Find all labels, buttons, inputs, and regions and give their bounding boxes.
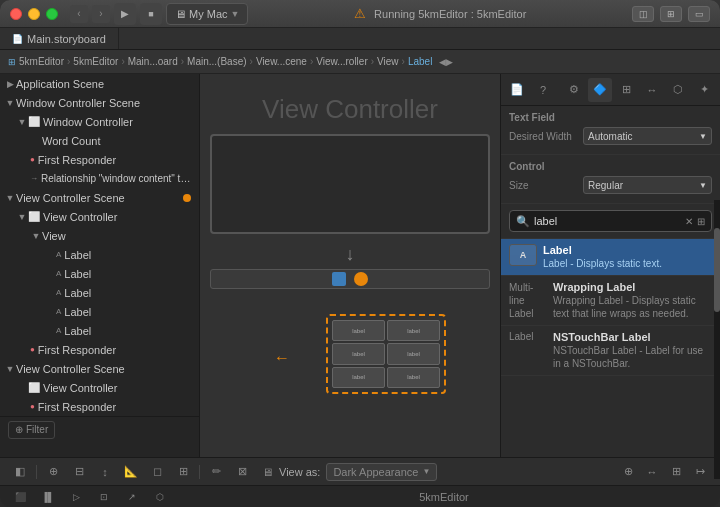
app-bar-btn-3[interactable]: ▷ [66, 488, 86, 506]
rp-tab-quick-help[interactable]: ? [531, 78, 555, 102]
toolbar-btn-1[interactable]: ⊕ [43, 463, 63, 481]
sidebar-item-vc-2[interactable]: ⬜ View Controller [0, 378, 199, 397]
app-bar-btn-6[interactable]: ⬡ [150, 488, 170, 506]
breadcrumb-viewroller[interactable]: View...roller [316, 56, 368, 67]
toolbar-btn-2[interactable]: ⊟ [69, 463, 89, 481]
result-item-wrapping-label[interactable]: Multi-lineLabel Wrapping Label Wrapping … [501, 276, 720, 326]
toolbar-btn-4[interactable]: 📐 [121, 463, 141, 481]
sidebar-item-vc-scene-2[interactable]: ▼ View Controller Scene [0, 359, 199, 378]
result-desc-wrapping: Wrapping Label - Displays static text th… [553, 294, 712, 320]
rp-row-desired-width: Desired Width Automatic ▼ [509, 127, 712, 145]
rp-tab-size[interactable]: ⊞ [614, 78, 638, 102]
app-bar-btn-2[interactable]: ▐▌ [38, 488, 58, 506]
toolbar-right-btn-4[interactable]: ↦ [690, 463, 710, 481]
rp-tab-file[interactable]: 📄 [505, 78, 529, 102]
relationship-icon: → [30, 174, 38, 183]
rp-select-value: Automatic [588, 131, 632, 142]
toolbar-btn-5[interactable]: ◻ [147, 463, 167, 481]
maximize-button[interactable] [46, 8, 58, 20]
sidebar-item-label-1[interactable]: A Label [0, 245, 199, 264]
mini-label-2: label [387, 320, 440, 341]
sidebar-toggle-bottom[interactable]: ◧ [10, 463, 30, 481]
result-text-nstouchbar: NSTouchBar Label NSTouchBar Label - Labe… [553, 331, 712, 370]
search-clear-button[interactable]: ✕ [685, 216, 693, 227]
search-grid-button[interactable]: ⊞ [697, 216, 705, 227]
main-content: ▶ Application Scene ▼ Window Controller … [0, 74, 720, 457]
toolbar-btn-draw[interactable]: ✏ [206, 463, 226, 481]
sidebar-item-window-controller[interactable]: ▼ ⬜ Window Controller [0, 112, 199, 131]
result-item-label[interactable]: A Label Label - Displays static text. [501, 239, 720, 276]
breadcrumb-nav-arrows[interactable]: ◀▶ [439, 57, 453, 67]
toolbar-right-btn-2[interactable]: ↔ [642, 463, 662, 481]
toolbar-btn-6[interactable]: ⊞ [173, 463, 193, 481]
toolbar-right-btn-3[interactable]: ⊞ [666, 463, 686, 481]
forward-button[interactable]: › [92, 5, 110, 23]
appearance-button[interactable]: Dark Appearance ▼ [326, 463, 437, 481]
sidebar-item-first-responder-vc[interactable]: ● First Responder [0, 340, 199, 359]
rp-tab-effects[interactable]: ✦ [692, 78, 716, 102]
breadcrumb-view[interactable]: View [377, 56, 399, 67]
result-name-nstouchbar: NSTouchBar Label [553, 331, 712, 343]
app-bar-btn-4[interactable]: ⊡ [94, 488, 114, 506]
sidebar-item-label-3[interactable]: A Label [0, 283, 199, 302]
panel-toggle[interactable]: ▭ [688, 6, 710, 22]
sidebar-item-wc-scene[interactable]: ▼ Window Controller Scene [0, 93, 199, 112]
stop-button[interactable]: ■ [140, 3, 162, 25]
device-icon-small: 🖥 [262, 466, 273, 478]
app-bar-btn-1[interactable]: ⬛ [10, 488, 30, 506]
canvas-widget[interactable]: label label label label label label [326, 314, 446, 394]
sidebar-toggle[interactable]: ◫ [632, 6, 654, 22]
rp-tab-bindings[interactable]: ⬡ [666, 78, 690, 102]
rp-select-size[interactable]: Regular ▼ [583, 176, 712, 194]
sidebar-item-vc-scene-1[interactable]: ▼ View Controller Scene [0, 188, 199, 207]
right-scrollbar[interactable] [714, 200, 720, 457]
breadcrumb-5kmEditor2[interactable]: 5kmEditor [73, 56, 118, 67]
filter-button[interactable]: ⊕ Filter [8, 421, 55, 439]
canvas-orange-dot [354, 272, 368, 286]
app-bar-btn-5[interactable]: ↗ [122, 488, 142, 506]
file-icon: 📄 [12, 34, 23, 44]
vc-icon: ⬜ [28, 211, 40, 222]
sidebar-item-first-responder-2[interactable]: ● First Responder [0, 397, 199, 416]
back-button[interactable]: ‹ [70, 5, 88, 23]
label-icon-2: A [56, 269, 61, 278]
result-item-nstouchbar[interactable]: Label NSTouchBar Label NSTouchBar Label … [501, 326, 720, 376]
sidebar-item-label-4[interactable]: A Label [0, 302, 199, 321]
result-multilabel-tag: Multi-lineLabel [509, 281, 547, 320]
toolbar-btn-3[interactable]: ↕ [95, 463, 115, 481]
rp-tab-identity[interactable]: 🔷 [588, 78, 612, 102]
canvas-area: View Controller ↓ label label label labe… [200, 74, 500, 457]
layout-btn[interactable]: ⊞ [660, 6, 682, 22]
close-button[interactable] [10, 8, 22, 20]
rp-select-desired-width[interactable]: Automatic ▼ [583, 127, 712, 145]
sidebar-item-view-controller[interactable]: ▼ ⬜ View Controller [0, 207, 199, 226]
search-input-display[interactable]: label [534, 215, 681, 227]
right-panel: 📄 ? ⚙ 🔷 ⊞ ↔ ⬡ ✦ Text Field Desired Width… [500, 74, 720, 457]
minimize-button[interactable] [28, 8, 40, 20]
wc-icon: ⬜ [28, 116, 40, 127]
sidebar-item-label-5[interactable]: A Label [0, 321, 199, 340]
label-icon-3: A [56, 288, 61, 297]
sidebar-item-view[interactable]: ▼ View [0, 226, 199, 245]
sidebar-item-label-2[interactable]: A Label [0, 264, 199, 283]
device-selector[interactable]: 🖥 My Mac ▼ [166, 3, 248, 25]
sidebar-item-relationship-wc[interactable]: → Relationship "window content" to "... [0, 169, 199, 188]
bottom-toolbar: ◧ ⊕ ⊟ ↕ 📐 ◻ ⊞ ✏ ⊠ 🖥 View as: Dark Appear… [0, 457, 720, 485]
toolbar-right-btn-1[interactable]: ⊕ [618, 463, 638, 481]
sidebar-item-app-scene[interactable]: ▶ Application Scene [0, 74, 199, 93]
result-desc-nstouchbar: NSTouchBar Label - Label for use in a NS… [553, 344, 712, 370]
breadcrumb-5kmEditor[interactable]: 5kmEditor [19, 56, 64, 67]
rp-tab-attributes[interactable]: ⚙ [562, 78, 586, 102]
sidebar-item-word-count[interactable]: Word Count [0, 131, 199, 150]
sidebar-item-first-responder-wc[interactable]: ● First Responder [0, 150, 199, 169]
file-tab-label: Main.storyboard [27, 33, 106, 45]
play-button[interactable]: ▶ [114, 3, 136, 25]
arrow-vc-s2: ▼ [4, 364, 16, 374]
breadcrumb-mainbase[interactable]: Main...(Base) [187, 56, 246, 67]
rp-tab-connections[interactable]: ↔ [640, 78, 664, 102]
breadcrumb-label[interactable]: Label [408, 56, 432, 67]
toolbar-btn-grid[interactable]: ⊠ [232, 463, 252, 481]
file-tab[interactable]: 📄 Main.storyboard [0, 28, 119, 49]
breadcrumb-viewcene[interactable]: View...cene [256, 56, 307, 67]
breadcrumb-mainboard[interactable]: Main...oard [128, 56, 178, 67]
